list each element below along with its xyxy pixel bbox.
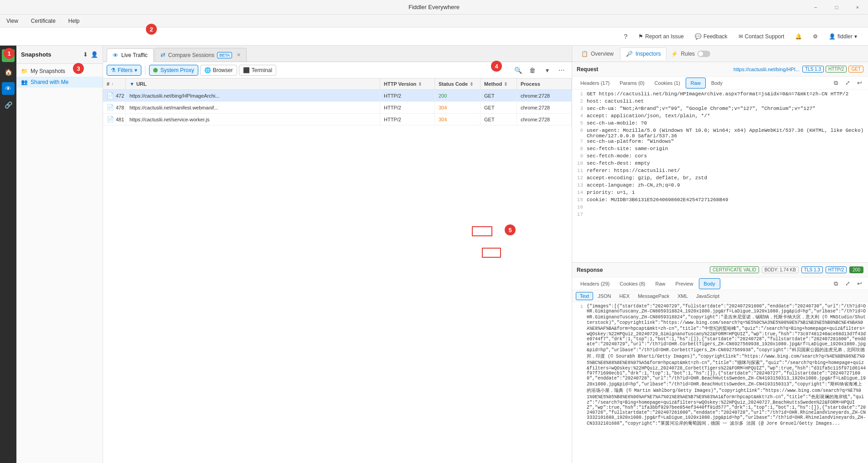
resp-sub-tab-raw[interactable]: Raw bbox=[651, 278, 670, 289]
table-row[interactable]: 📄 481 https://cactuslii.net/service-work… bbox=[103, 114, 572, 125]
filters-button[interactable]: ⚗ Filters ▾ bbox=[107, 65, 141, 76]
body-sub-tab-xml[interactable]: XML bbox=[674, 292, 692, 300]
request-code-line: 5sec-ch-ua-mobile: ?0 bbox=[572, 120, 868, 128]
actionbar: ? ⚑ Report an Issue 💬 Feedback ✉ Contact… bbox=[0, 27, 868, 46]
cell-id-2: 📄 481 bbox=[103, 114, 126, 125]
rules-icon: ⚡ bbox=[671, 51, 678, 57]
cell-id-value-0: 472 bbox=[116, 93, 124, 99]
tab-compare-sessions[interactable]: ⇄ Compare Sessions BETA ✕ bbox=[155, 48, 247, 62]
tab-inspectors[interactable]: 🔎 Inspectors bbox=[620, 47, 666, 60]
my-snapshots-item[interactable]: 📁 My Snapshots bbox=[16, 66, 103, 77]
resp-wrap-icon[interactable]: ↩ bbox=[854, 279, 864, 289]
report-issue-button[interactable]: ⚑ Report an Issue bbox=[635, 31, 687, 42]
report-issue-icon: ⚑ bbox=[638, 33, 643, 40]
help-button[interactable]: ? bbox=[620, 31, 631, 42]
cell-method-value-2: GET bbox=[484, 117, 495, 122]
filters-dropdown-icon: ▾ bbox=[134, 67, 137, 73]
cell-id-value-2: 481 bbox=[116, 117, 124, 122]
messagepack-tab-label: MessagePack bbox=[638, 293, 669, 299]
expand-icon[interactable]: ⤢ bbox=[842, 78, 852, 88]
toolbar-dropdown-button[interactable]: ▾ bbox=[541, 64, 553, 77]
cell-id-value-1: 478 bbox=[116, 105, 124, 110]
cell-http-1: HTTP/2 bbox=[380, 102, 435, 113]
feedback-button[interactable]: 💬 Feedback bbox=[691, 31, 731, 42]
resp-sub-tab-body[interactable]: Body bbox=[699, 278, 720, 289]
delete-button[interactable]: 🗑 bbox=[526, 64, 539, 77]
traffic-table: # ↑ ▼ URL HTTP Version ⇕ Status Code ⇕ bbox=[103, 78, 572, 463]
bell-button[interactable]: 🔔 bbox=[791, 31, 806, 42]
hex-tab-label: HEX bbox=[620, 293, 630, 299]
live-traffic-tab-icon: 👁 bbox=[113, 52, 119, 59]
resp-body-label: Body bbox=[704, 281, 715, 286]
copy-icon[interactable]: ⧉ bbox=[831, 78, 841, 88]
wrap-icon[interactable]: ↩ bbox=[854, 78, 864, 88]
menu-view[interactable]: View bbox=[4, 17, 21, 25]
resp-copy-icon[interactable]: ⧉ bbox=[831, 279, 841, 289]
body-sub-tab-json[interactable]: JSON bbox=[594, 292, 615, 300]
gear-button[interactable]: ⚙ bbox=[809, 31, 822, 42]
sub-tab-headers[interactable]: Headers (17) bbox=[576, 78, 614, 88]
body-size-badge: BODY: 1.74 KB bbox=[762, 266, 799, 273]
share-icon[interactable]: 👤 bbox=[91, 51, 98, 58]
request-badges: TLS 1.3 HTTP/2 GET bbox=[802, 66, 863, 73]
cell-method-1: GET bbox=[480, 102, 517, 113]
request-code-line: 8sec-fetch-site: same-origin bbox=[572, 146, 868, 153]
body-sub-tab-hex[interactable]: HEX bbox=[616, 292, 634, 300]
search-button[interactable]: 🔍 bbox=[512, 64, 524, 77]
table-row[interactable]: 📄 478 https://cactuslii.net/manifest.web… bbox=[103, 102, 572, 114]
cell-http-value-2: HTTP/2 bbox=[384, 117, 401, 122]
rules-toggle-switch[interactable] bbox=[698, 51, 710, 57]
col-method: Method ⇕ bbox=[480, 78, 517, 89]
body-sub-tab-messagepack[interactable]: MessagePack bbox=[634, 292, 673, 300]
more-options-button[interactable]: ⋯ bbox=[555, 64, 568, 77]
close-button[interactable]: × bbox=[847, 0, 868, 15]
body-sub-tab-text[interactable]: Text bbox=[576, 292, 593, 300]
body-sub-tab-javascript[interactable]: JavaScript bbox=[692, 292, 723, 300]
sub-tab-body[interactable]: Body bbox=[707, 78, 727, 88]
rules-tab[interactable]: ⚡ Rules bbox=[667, 51, 714, 57]
json-tab-label: JSON bbox=[598, 293, 611, 299]
sub-tab-raw[interactable]: Raw bbox=[686, 78, 706, 88]
report-issue-label: Report an Issue bbox=[645, 33, 684, 40]
browser-button[interactable]: 🌐 Browser bbox=[200, 65, 237, 76]
resp-sub-tab-cookies[interactable]: Cookies (8) bbox=[615, 278, 650, 289]
sidebar-home-icon[interactable]: 🏠 bbox=[2, 66, 15, 78]
contact-support-button[interactable]: ✉ Contact Support bbox=[735, 31, 788, 42]
menu-certificate[interactable]: Certificate bbox=[28, 17, 58, 25]
resp-sub-tab-headers[interactable]: Headers (29) bbox=[576, 278, 614, 289]
status-sort-icon: ⇕ bbox=[470, 82, 473, 87]
system-proxy-button[interactable]: System Proxy bbox=[149, 65, 198, 76]
menu-help[interactable]: Help bbox=[66, 17, 83, 25]
shared-with-me-item[interactable]: 👥 Shared with Me bbox=[16, 77, 103, 88]
sidebar-connections-icon[interactable]: 🔗 bbox=[2, 99, 15, 111]
col-url-label: URL bbox=[136, 81, 147, 87]
user-menu[interactable]: 👤 fiddler ▾ bbox=[825, 31, 861, 42]
titlebar: Fiddler Everywhere − □ × bbox=[0, 0, 868, 15]
resp-sub-tab-preview[interactable]: Preview bbox=[671, 278, 698, 289]
url-filter-icon[interactable]: ▼ bbox=[129, 81, 134, 87]
tab-live-traffic[interactable]: 👁 Live Traffic bbox=[107, 48, 154, 62]
download-icon[interactable]: ⬇ bbox=[83, 51, 88, 58]
javascript-tab-label: JavaScript bbox=[696, 293, 719, 299]
request-code-line: 6user-agent: Mozilla/5.0 (Windows NT 10.… bbox=[572, 128, 868, 139]
cell-url-1: https://cactuslii.net/manifest.webmanif.… bbox=[126, 102, 380, 113]
terminal-icon: ⬛ bbox=[243, 67, 250, 73]
cell-url-2: https://cactuslii.net/service-worker.js bbox=[126, 114, 380, 125]
row-icon-0: 📄 bbox=[107, 92, 114, 99]
overview-icon: 📋 bbox=[581, 51, 588, 57]
resp-tls-badge: TLS 1.3 bbox=[801, 266, 823, 273]
request-code-line: 3sec-ch-ua: "Not;A=Brand";v="99", "Googl… bbox=[572, 106, 868, 113]
sidebar-traffic-icon[interactable]: 👁 bbox=[2, 82, 15, 95]
tabs-bar: 👁 Live Traffic ⇄ Compare Sessions BETA ✕ bbox=[103, 46, 572, 62]
terminal-button[interactable]: ⬛ Terminal bbox=[239, 65, 276, 76]
browser-icon: 🌐 bbox=[204, 67, 211, 73]
table-row[interactable]: 📄 472 https://cactuslii.net/bing/HPImage… bbox=[103, 90, 572, 102]
compare-sessions-close-button[interactable]: ✕ bbox=[237, 52, 241, 58]
resp-expand-icon[interactable]: ⤢ bbox=[842, 279, 852, 289]
sub-tab-params[interactable]: Params (0) bbox=[615, 78, 649, 88]
minimize-button[interactable]: − bbox=[805, 0, 826, 15]
maximize-button[interactable]: □ bbox=[826, 0, 847, 15]
tab-overview[interactable]: 📋 Overview bbox=[576, 47, 619, 60]
beta-badge: BETA bbox=[217, 52, 232, 58]
sub-tab-cookies[interactable]: Cookies (1) bbox=[650, 78, 685, 88]
